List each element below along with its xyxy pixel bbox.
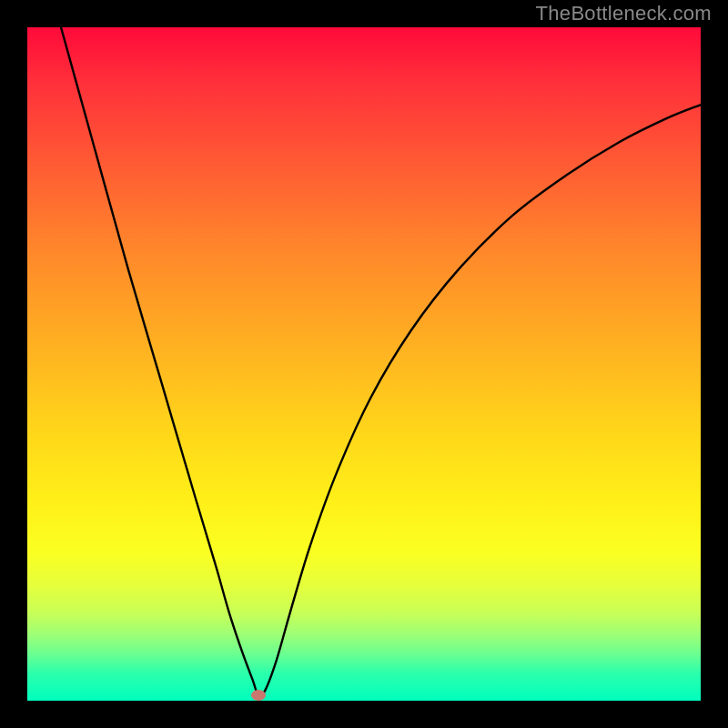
plot-frame [27, 27, 701, 701]
bottleneck-curve [61, 27, 701, 696]
minimum-marker [251, 690, 266, 701]
watermark-text: TheBottleneck.com [536, 2, 712, 25]
curve-layer [27, 27, 701, 701]
